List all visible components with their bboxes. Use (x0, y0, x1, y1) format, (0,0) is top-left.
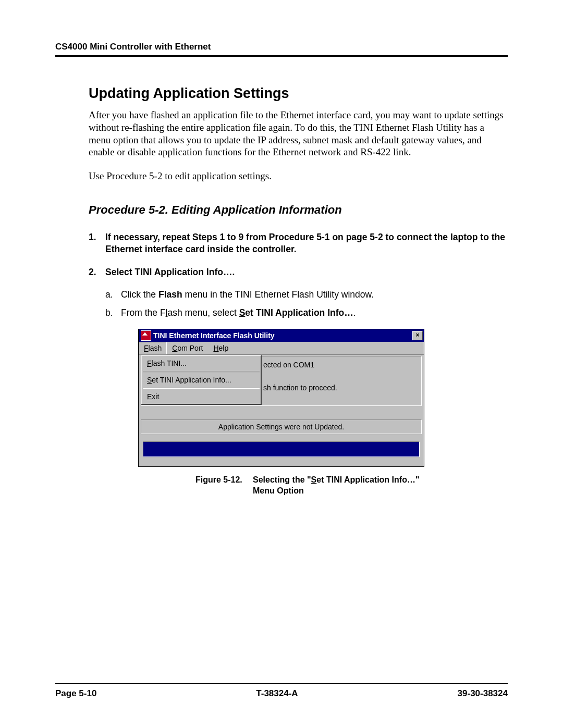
step-text: Select TINI Application Info…. (105, 266, 235, 279)
step-1: 1. If necessary, repeat Steps 1 to 9 fro… (89, 231, 508, 256)
menuitem-exit[interactable]: Exit (142, 389, 261, 404)
intro-paragraph-2: Use Procedure 5-2 to edit application se… (89, 170, 508, 182)
close-icon[interactable]: × (412, 331, 423, 340)
doc-title: CS4000 Mini Controller with Ethernet (55, 42, 211, 52)
menuitem-set-app-info[interactable]: Set TINI Application Info... (142, 373, 261, 387)
section-heading: Updating Application Settings (89, 85, 508, 102)
status-bar: Application Settings were not Updated. (141, 419, 422, 434)
app-icon (141, 330, 151, 341)
step-number: 2. (89, 266, 105, 279)
step-text: If necessary, repeat Steps 1 to 9 from P… (105, 231, 508, 256)
procedure-title: Procedure 5-2. Editing Application Infor… (89, 203, 508, 217)
menuitem-flash-tini[interactable]: Flash TINI... (142, 356, 261, 371)
substep-b: b. From the Flash menu, select Set TINI … (105, 307, 508, 318)
menu-bar: Flash Com Port Help (139, 342, 424, 355)
footer-docnum: T-38324-A (256, 688, 298, 699)
footer-partnum: 39-30-38324 (458, 688, 508, 699)
substep-a: a. Click the Flash menu in the TINI Ethe… (105, 289, 508, 300)
progress-bar (143, 441, 420, 457)
title-bar[interactable]: TINI Ethernet Interface Flash Utility × (139, 329, 424, 342)
page-footer: Page 5-10 T-38324-A 39-30-38324 (55, 683, 508, 699)
step-2: 2. Select TINI Application Info…. (89, 266, 508, 279)
menu-separator (143, 388, 260, 389)
menu-flash[interactable]: Flash (139, 342, 167, 354)
step-number: 1. (89, 231, 105, 256)
substep-letter: a. (105, 289, 121, 300)
flash-utility-window: TINI Ethernet Interface Flash Utility × … (138, 329, 424, 467)
figure-text: Selecting the "Set TINI Application Info… (253, 474, 424, 497)
flash-menu-dropdown: Flash TINI... Set TINI Application Info.… (141, 355, 262, 405)
menu-separator (143, 371, 260, 372)
substep-text: From the Flash menu, select Set TINI App… (121, 307, 356, 318)
window-title: TINI Ethernet Interface Flash Utility (153, 331, 412, 340)
menu-help[interactable]: Help (208, 342, 234, 354)
panel-line-2: sh function to proceed. (263, 384, 421, 395)
panel-line-1: ected on COM1 (263, 361, 421, 372)
page-header: CS4000 Mini Controller with Ethernet (55, 42, 508, 57)
substep-text: Click the Flash menu in the TINI Etherne… (121, 289, 374, 300)
menu-com-port[interactable]: Com Port (167, 342, 208, 354)
figure-caption: Figure 5-12. Selecting the "Set TINI App… (195, 474, 424, 497)
substep-letter: b. (105, 307, 121, 318)
footer-page: Page 5-10 (55, 688, 96, 699)
intro-paragraph-1: After you have flashed an application fi… (89, 109, 508, 158)
figure-label: Figure 5-12. (195, 474, 253, 497)
